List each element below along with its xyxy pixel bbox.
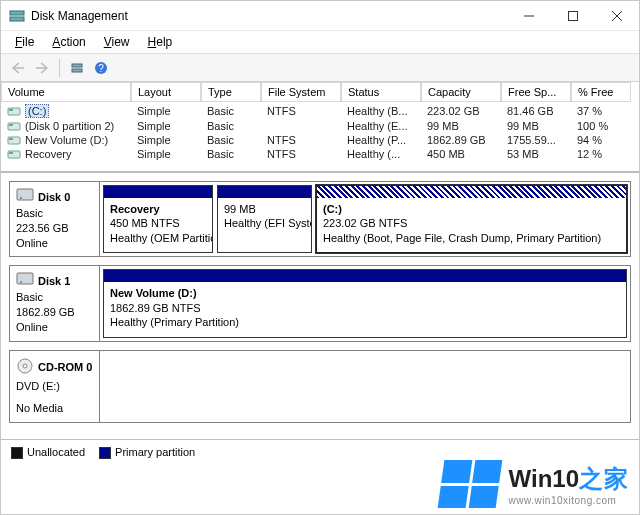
disk-state: No Media [16,401,93,416]
volume-list: Volume Layout Type File System Status Ca… [1,82,639,172]
legend-primary: Primary partition [99,446,195,459]
svg-point-23 [20,281,22,283]
disk-row: Disk 1Basic1862.89 GBOnlineNew Volume (D… [9,265,631,341]
disk-partitions: New Volume (D:)1862.89 GB NTFSHealthy (P… [100,266,630,340]
window-controls [507,1,639,31]
partition-stripe [317,186,626,198]
partition-title: (C:) [323,202,620,216]
volume-row[interactable]: New Volume (D:)SimpleBasicNTFSHealthy (P… [1,133,639,147]
partition-status: Healthy (OEM Partition) [110,231,206,245]
col-pctfree[interactable]: % Free [571,82,631,102]
col-status[interactable]: Status [341,82,421,102]
volume-row[interactable]: (C:)SimpleBasicNTFSHealthy (B...223.02 G… [1,103,639,119]
volume-pct: 100 % [571,119,631,133]
disk-name: CD-ROM 0 [38,360,92,375]
windows-logo-icon [437,460,502,508]
menu-action[interactable]: Action [44,33,93,51]
menu-view[interactable]: View [96,33,138,51]
disk-size: 1862.89 GB [16,305,93,320]
partition-status: Healthy (Boot, Page File, Crash Dump, Pr… [323,231,620,245]
window-title: Disk Management [31,9,128,23]
partition-stripe [218,186,311,198]
volume-status: Healthy (P... [341,133,421,147]
nav-forward-button[interactable] [31,57,53,79]
col-volume[interactable]: Volume [1,82,131,102]
partition[interactable]: (C:)223.02 GB NTFSHealthy (Boot, Page Fi… [316,185,627,253]
partition-stripe [104,186,212,198]
toolbar-separator [59,59,60,77]
svg-rect-17 [9,138,13,140]
hdd-icon [16,188,34,206]
maximize-button[interactable] [551,1,595,31]
nav-back-button[interactable] [7,57,29,79]
volume-free: 81.46 GB [501,104,571,118]
col-freespace[interactable]: Free Sp... [501,82,571,102]
close-button[interactable] [595,1,639,31]
menu-help[interactable]: Help [140,33,181,51]
svg-rect-22 [17,273,33,284]
volume-status: Healthy (... [341,147,421,161]
volume-fs: NTFS [261,147,341,161]
volume-fs: NTFS [261,104,341,118]
drive-icon [7,120,21,132]
volume-row[interactable]: (Disk 0 partition 2)SimpleBasicHealthy (… [1,119,639,133]
volume-layout: Simple [131,104,201,118]
volume-status: Healthy (E... [341,119,421,133]
drive-icon [7,148,21,160]
partition-stripe [104,270,626,282]
volume-layout: Simple [131,133,201,147]
svg-rect-13 [9,109,13,111]
partition-title: New Volume (D:) [110,286,620,300]
volume-name: (Disk 0 partition 2) [25,120,114,132]
disk-row: Disk 0Basic223.56 GBOnlineRecovery450 MB… [9,181,631,257]
disk-kind: Basic [16,290,93,305]
titlebar: Disk Management [1,1,639,31]
legend-unallocated: Unallocated [11,446,85,459]
menu-file[interactable]: File [7,33,42,51]
svg-point-25 [23,364,27,368]
partition[interactable]: Recovery450 MB NTFSHealthy (OEM Partitio… [103,185,213,253]
watermark: Win10之家 www.win10xitong.com [441,460,629,508]
volume-fs: NTFS [261,133,341,147]
volume-pct: 94 % [571,133,631,147]
help-button[interactable]: ? [90,57,112,79]
refresh-button[interactable] [66,57,88,79]
col-layout[interactable]: Layout [131,82,201,102]
disk-map: Disk 0Basic223.56 GBOnlineRecovery450 MB… [1,172,639,439]
partition-status: Healthy (Primary Partition) [110,315,620,329]
minimize-button[interactable] [507,1,551,31]
disk-info[interactable]: CD-ROM 0DVD (E:)No Media [10,351,100,423]
partition[interactable]: 99 MBHealthy (EFI System [217,185,312,253]
disk-partitions [100,351,630,423]
disk-info[interactable]: Disk 0Basic223.56 GBOnline [10,182,100,256]
col-type[interactable]: Type [201,82,261,102]
partition-size: 99 MB [224,202,305,216]
menubar: File Action View Help [1,31,639,54]
app-icon [9,8,25,24]
volume-status: Healthy (B... [341,104,421,118]
volume-name: (C:) [25,104,49,118]
partition-size: 1862.89 GB NTFS [110,301,620,315]
volume-capacity: 99 MB [421,119,501,133]
svg-rect-20 [17,189,33,200]
disk-kind: DVD (E:) [16,379,93,394]
svg-rect-3 [569,11,578,20]
drive-icon [7,105,21,117]
disk-partitions: Recovery450 MB NTFSHealthy (OEM Partitio… [100,182,630,256]
col-capacity[interactable]: Capacity [421,82,501,102]
volume-layout: Simple [131,119,201,133]
svg-rect-19 [9,152,13,154]
disk-size: 223.56 GB [16,221,93,236]
volume-fs [261,125,341,127]
partition[interactable]: New Volume (D:)1862.89 GB NTFSHealthy (P… [103,269,627,337]
volume-free: 1755.59... [501,133,571,147]
partition-title: Recovery [110,202,206,216]
disk-info[interactable]: Disk 1Basic1862.89 GBOnline [10,266,100,340]
volume-layout: Simple [131,147,201,161]
volume-capacity: 1862.89 GB [421,133,501,147]
volume-capacity: 223.02 GB [421,104,501,118]
svg-rect-8 [72,64,82,67]
col-filesystem[interactable]: File System [261,82,341,102]
volume-row[interactable]: RecoverySimpleBasicNTFSHealthy (...450 M… [1,147,639,161]
toolbar: ? [1,54,639,82]
